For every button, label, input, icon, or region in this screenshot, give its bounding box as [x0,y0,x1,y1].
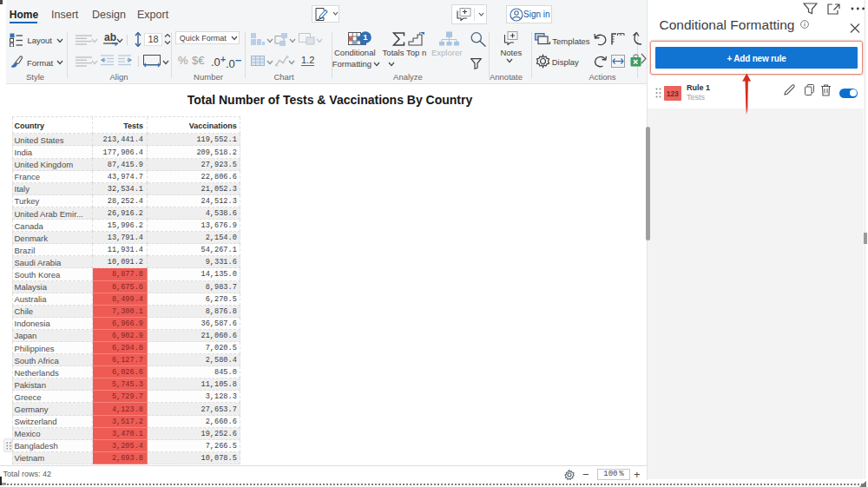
svg-text:1: 1 [363,32,368,42]
